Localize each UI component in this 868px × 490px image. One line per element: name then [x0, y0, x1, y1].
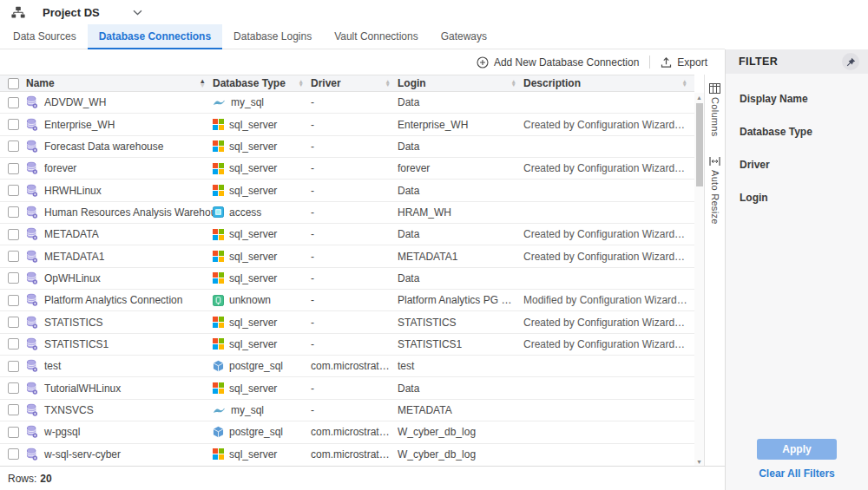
tab-data-sources[interactable]: Data Sources — [2, 24, 88, 49]
scrollbar-thumb[interactable] — [696, 103, 703, 186]
database-type-cell: my_sql — [213, 404, 311, 416]
column-header-name[interactable]: Name▲▼ — [26, 77, 213, 89]
database-type: sql_server — [229, 448, 277, 461]
column-header-database-type[interactable]: Database Type▲▼ — [213, 77, 311, 89]
sort-icon[interactable]: ▲▼ — [299, 80, 304, 87]
postgresql-icon — [213, 426, 224, 438]
driver-cell: com.microstrategy... — [311, 448, 398, 461]
table-row[interactable]: STATISTICSsql_server-STATISTICSCreated b… — [0, 311, 694, 333]
column-header-driver[interactable]: Driver▲▼ — [311, 77, 398, 89]
table-row[interactable]: testpostgre_sqlcom.microstrategy...test — [0, 356, 694, 377]
rows-count: 20 — [40, 473, 51, 485]
database-type: sql_server — [229, 140, 277, 153]
tab-database-logins[interactable]: Database Logins — [222, 24, 323, 49]
sort-icon[interactable]: ▲▼ — [682, 80, 687, 87]
row-checkbox[interactable] — [8, 448, 19, 460]
table-row[interactable]: TutorialWHLinuxsql_server-Data — [0, 377, 694, 399]
row-checkbox[interactable] — [8, 317, 19, 328]
database-connection-icon — [26, 359, 38, 373]
table-row[interactable]: STATISTICS1sql_server-STATISTICS1Created… — [0, 334, 694, 356]
column-header-login[interactable]: Login▲▼ — [398, 77, 523, 89]
connection-name: METADATA1 — [44, 251, 104, 263]
database-type-cell: postgre_sql — [213, 360, 311, 372]
tab-database-connections[interactable]: Database Connections — [88, 24, 222, 49]
row-checkbox[interactable] — [8, 361, 19, 372]
row-checkbox[interactable] — [8, 427, 19, 438]
table-row[interactable]: Enterprise_WHsql_server-Enterprise_WHCre… — [0, 114, 694, 135]
connection-name-cell: HRWHLinux — [26, 184, 213, 198]
postgresql-icon — [213, 360, 224, 372]
table-row[interactable]: METADATA1sql_server-METADATA1Created by … — [0, 245, 694, 267]
apply-button[interactable]: Apply — [757, 439, 837, 460]
scroll-down-icon[interactable]: ▼ — [694, 457, 704, 466]
connection-name-cell: METADATA — [26, 227, 213, 241]
database-type: sql_server — [229, 185, 277, 197]
connection-name: TXNSVCS — [44, 404, 94, 416]
filter-field-driver[interactable]: Driver — [740, 159, 854, 171]
pin-filter-panel-button[interactable] — [842, 53, 859, 70]
auto-resize-tool[interactable]: Auto Resize — [705, 156, 725, 225]
row-checkbox[interactable] — [8, 382, 19, 394]
project-hierarchy-icon — [11, 6, 25, 19]
table-vertical-scrollbar[interactable]: ▲ ▼ — [694, 93, 704, 466]
database-connection-icon — [26, 425, 38, 439]
table-row[interactable]: ADVDW_WHmy_sql-Data — [0, 92, 694, 114]
add-new-database-connection-button[interactable]: Add New Database Connection — [471, 56, 644, 69]
table-toolbar: Add New Database Connection Export — [0, 49, 725, 75]
row-checkbox[interactable] — [8, 251, 19, 262]
export-button[interactable]: Export — [655, 56, 713, 69]
row-checkbox[interactable] — [8, 404, 19, 415]
tab-vault-connections[interactable]: Vault Connections — [323, 24, 430, 49]
table-row[interactable]: w-sql-serv-cybersql_servercom.microstrat… — [0, 444, 694, 466]
table-row[interactable]: Human Resources Analysis Warehouseaccess… — [0, 202, 694, 224]
table-row[interactable]: foreversql_server-foreverCreated by Conf… — [0, 158, 694, 180]
select-all-checkbox[interactable] — [8, 78, 19, 89]
description-cell: Modified by Configuration Wizard for PA … — [523, 294, 694, 306]
database-connection-icon — [26, 403, 38, 417]
clear-all-filters-link[interactable]: Clear All Filters — [726, 467, 868, 480]
driver-cell: - — [311, 251, 398, 263]
connection-name: test — [44, 360, 61, 372]
table-row[interactable]: OpWHLinuxsql_server-Data — [0, 268, 694, 290]
row-checkbox[interactable] — [8, 97, 19, 108]
row-checkbox[interactable] — [8, 119, 19, 130]
table-row[interactable]: Platform Analytics Connectionunknown-Pla… — [0, 290, 694, 311]
table-row[interactable]: HRWHLinuxsql_server-Data — [0, 180, 694, 201]
unknown-db-icon — [213, 295, 224, 306]
row-checkbox[interactable] — [8, 206, 19, 218]
filter-field-login[interactable]: Login — [740, 192, 854, 204]
row-checkbox[interactable] — [8, 140, 19, 152]
scroll-up-icon[interactable]: ▲ — [694, 93, 704, 101]
row-checkbox[interactable] — [8, 272, 19, 284]
filter-field-database-type[interactable]: Database Type — [740, 126, 854, 138]
row-checkbox[interactable] — [8, 185, 19, 196]
database-type: sql_server — [229, 317, 277, 329]
chevron-down-icon[interactable] — [133, 10, 142, 16]
sort-ascending-icon[interactable]: ▲▼ — [200, 79, 206, 88]
sort-icon[interactable]: ▲▼ — [385, 80, 391, 87]
project-selector-label[interactable]: Project DS — [43, 6, 100, 19]
database-connection-icon — [26, 184, 38, 198]
column-header-description[interactable]: Description▲▼ — [523, 77, 694, 89]
description-cell: Created by Configuration Wizard for EM W… — [523, 338, 694, 350]
sort-icon[interactable]: ▲▼ — [511, 80, 516, 87]
filter-actions: Apply Clear All Filters — [726, 439, 868, 480]
table-row[interactable]: w-pgsqlpostgre_sqlcom.microstrategy...W_… — [0, 421, 694, 443]
columns-tool[interactable]: Columns — [705, 83, 725, 137]
table-row[interactable]: Forecast Data warehousesql_server-Data — [0, 136, 694, 158]
row-checkbox[interactable] — [8, 163, 19, 174]
row-checkbox[interactable] — [8, 338, 19, 350]
sql-server-icon — [213, 317, 224, 328]
tab-gateways[interactable]: Gateways — [430, 24, 498, 49]
connection-name: w-sql-serv-cyber — [44, 448, 121, 461]
connection-name: ADVDW_WH — [44, 96, 106, 108]
row-checkbox[interactable] — [8, 295, 19, 306]
filter-field-display-name[interactable]: Display Name — [740, 93, 854, 105]
table-row[interactable]: METADATAsql_server-DataCreated by Config… — [0, 224, 694, 245]
tab-bar: Data SourcesDatabase ConnectionsDatabase… — [0, 24, 725, 49]
table-row[interactable]: TXNSVCSmy_sql-METADATA — [0, 400, 694, 421]
add-circle-icon — [477, 56, 489, 69]
database-type-cell: sql_server — [213, 448, 311, 461]
row-checkbox[interactable] — [8, 229, 19, 240]
login-cell: METADATA — [398, 404, 523, 416]
